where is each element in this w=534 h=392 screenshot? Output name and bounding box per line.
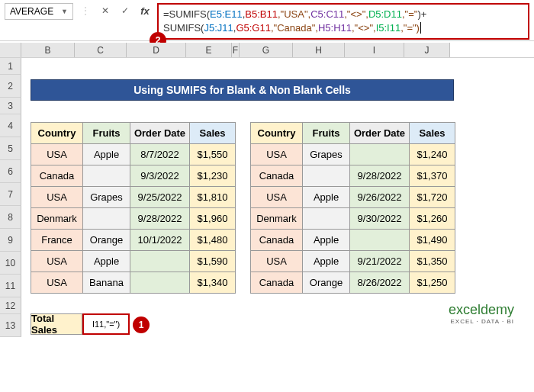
cancel-icon[interactable]: ✕ <box>98 3 113 18</box>
select-all-corner[interactable] <box>0 43 21 57</box>
col-header[interactable]: H <box>293 43 345 57</box>
cell[interactable]: 9/26/2022 <box>350 187 410 208</box>
cell[interactable]: USA <box>251 144 303 165</box>
row-header[interactable]: 12 <box>0 297 21 314</box>
cell[interactable]: 9/25/2022 <box>130 187 190 208</box>
cell[interactable]: $1,230 <box>190 165 236 187</box>
cell[interactable]: 9/28/2022 <box>130 208 190 230</box>
col-header[interactable]: E <box>186 43 232 57</box>
enter-icon[interactable]: ✓ <box>117 3 133 18</box>
cell[interactable] <box>130 272 190 294</box>
cell[interactable]: Denmark <box>31 208 83 230</box>
cell[interactable]: $1,350 <box>410 251 455 272</box>
row-header[interactable]: 5 <box>0 137 21 160</box>
cell[interactable]: Grapes <box>303 144 350 165</box>
row-header[interactable]: 1 <box>0 58 21 75</box>
cell[interactable]: $1,960 <box>190 208 236 230</box>
col-header[interactable]: F <box>232 43 240 57</box>
cell[interactable]: $1,340 <box>190 272 236 294</box>
row-header[interactable]: 10 <box>0 252 21 275</box>
cell[interactable]: Canada <box>31 165 83 187</box>
table-row: Denmark 9/30/2022 $1,260 <box>251 208 455 230</box>
cell[interactable]: $1,490 <box>410 230 455 251</box>
row-header[interactable]: 11 <box>0 275 21 297</box>
cell[interactable]: Orange <box>303 272 350 294</box>
cell[interactable] <box>303 165 350 187</box>
cell[interactable]: $1,720 <box>410 187 455 208</box>
cell[interactable] <box>130 251 190 272</box>
col-header[interactable]: C <box>75 43 127 57</box>
table-row: Canada Orange 8/26/2022 $1,250 <box>251 272 455 294</box>
row-header[interactable]: 3 <box>0 98 21 114</box>
col-header[interactable]: G <box>240 43 293 57</box>
table-row: USA Grapes $1,240 <box>251 144 455 165</box>
cell[interactable]: Canada <box>251 272 303 294</box>
formula-bar[interactable]: =SUMIFS(E5:E11,B5:B11,"USA",C5:C11,"<>",… <box>157 3 529 40</box>
row-header[interactable]: 4 <box>0 114 21 137</box>
cell[interactable] <box>83 208 130 230</box>
sheet-area[interactable]: Using SUMIFS for Blank & Non Blank Cells… <box>21 58 534 337</box>
cell[interactable]: USA <box>251 187 303 208</box>
cell[interactable]: USA <box>31 187 83 208</box>
cell[interactable]: France <box>31 230 83 251</box>
cell[interactable]: USA <box>31 251 83 272</box>
exceldemy-logo: exceldemy EXCEL · DATA · BI <box>449 302 514 325</box>
cell[interactable]: 8/26/2022 <box>350 272 410 294</box>
cell[interactable]: Apple <box>303 230 350 251</box>
formula-toolbar: AVERAGE ▼ ⋮ ✕ ✓ fx =SUMIFS(E5:E11,B5:B11… <box>0 0 534 41</box>
col-header[interactable]: B <box>21 43 75 57</box>
row-header[interactable]: 9 <box>0 229 21 252</box>
cell[interactable]: $1,370 <box>410 165 455 187</box>
cell[interactable]: USA <box>31 144 83 165</box>
cell[interactable]: $1,240 <box>410 144 455 165</box>
table-row: USA Banana $1,340 <box>31 272 236 294</box>
row-header[interactable]: 6 <box>0 160 21 183</box>
total-sales-cell[interactable]: I11,"=") 1 <box>82 313 130 335</box>
row-header[interactable]: 7 <box>0 183 21 206</box>
cell[interactable]: 9/30/2022 <box>350 208 410 230</box>
cell[interactable]: 9/21/2022 <box>350 251 410 272</box>
table-row: USA Apple $1,590 <box>31 251 236 272</box>
chevron-down-icon[interactable]: ▼ <box>61 8 68 15</box>
cell[interactable]: USA <box>31 272 83 294</box>
cell[interactable]: Apple <box>303 187 350 208</box>
cell[interactable]: Grapes <box>83 187 130 208</box>
row-header[interactable]: 2 <box>0 75 21 98</box>
cell[interactable]: 9/3/2022 <box>130 165 190 187</box>
cell[interactable]: 9/28/2022 <box>350 165 410 187</box>
col-header[interactable]: I <box>345 43 404 57</box>
cell[interactable]: $1,250 <box>410 272 455 294</box>
cell[interactable]: Apple <box>303 251 350 272</box>
cell[interactable]: Denmark <box>251 208 303 230</box>
cell[interactable] <box>303 208 350 230</box>
cell[interactable]: $1,810 <box>190 187 236 208</box>
row-header[interactable]: 13 <box>0 314 21 337</box>
header-country: Country <box>31 123 83 144</box>
cell[interactable]: Canada <box>251 165 303 187</box>
cell[interactable]: $1,480 <box>190 230 236 251</box>
cell[interactable]: USA <box>251 251 303 272</box>
name-box[interactable]: AVERAGE ▼ <box>5 3 73 20</box>
functions-dropdown-icon[interactable]: ⋮ <box>78 3 93 18</box>
table-header-row: Country Fruits Order Date Sales <box>31 123 236 144</box>
cell[interactable]: Canada <box>251 230 303 251</box>
row-header[interactable]: 8 <box>0 206 21 229</box>
cell[interactable]: $1,590 <box>190 251 236 272</box>
cell[interactable]: Apple <box>83 144 130 165</box>
cell[interactable]: Banana <box>83 272 130 294</box>
cell[interactable]: $1,550 <box>190 144 236 165</box>
cell[interactable] <box>350 144 410 165</box>
cell[interactable] <box>350 230 410 251</box>
col-header[interactable]: J <box>404 43 450 57</box>
cell[interactable]: $1,260 <box>410 208 455 230</box>
cell[interactable]: Orange <box>83 230 130 251</box>
cell[interactable]: Apple <box>83 251 130 272</box>
fx-icon[interactable]: fx <box>137 3 153 18</box>
table-row: Canada 9/3/2022 $1,230 <box>31 165 236 187</box>
col-header[interactable]: D <box>127 43 186 57</box>
cell[interactable]: 8/7/2022 <box>130 144 190 165</box>
table-row: USA Apple 9/26/2022 $1,720 <box>251 187 455 208</box>
cell[interactable] <box>83 165 130 187</box>
cell[interactable]: 10/1/2022 <box>130 230 190 251</box>
header-country: Country <box>251 123 303 144</box>
